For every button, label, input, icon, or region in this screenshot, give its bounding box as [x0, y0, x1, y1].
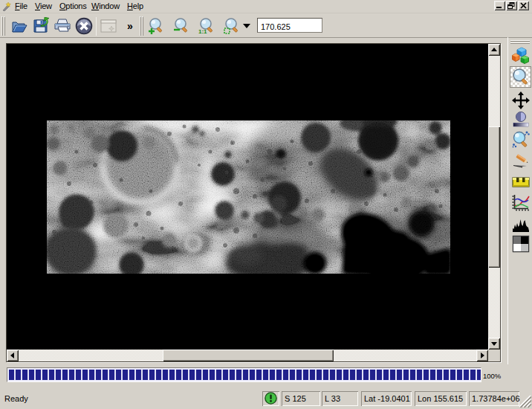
svg-text:1:1: 1:1: [198, 28, 207, 35]
